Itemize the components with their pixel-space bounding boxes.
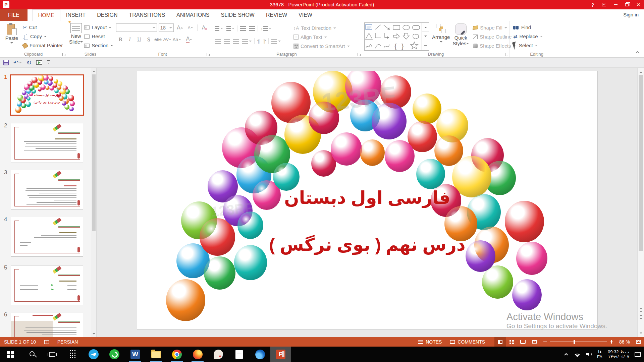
layout-button[interactable]: Layout <box>83 23 114 32</box>
character-spacing-button[interactable]: AV <box>163 35 172 44</box>
restore-button[interactable] <box>621 0 633 9</box>
volume-icon[interactable] <box>586 352 592 357</box>
bullets-button[interactable] <box>213 24 225 33</box>
taskbar-chrome[interactable] <box>166 347 187 362</box>
slide-thumbnail-3[interactable] <box>11 170 83 210</box>
select-button[interactable]: Select <box>512 41 561 50</box>
scroll-down-button[interactable] <box>638 331 644 337</box>
reset-button[interactable]: Reset <box>83 32 114 41</box>
quick-styles-button[interactable]: Quick Styles <box>452 22 469 46</box>
slide-title-line2[interactable]: درس نهم ( بوی نرگس ) <box>137 235 597 255</box>
clear-formatting-button[interactable]: A <box>200 23 209 32</box>
fit-to-window-button[interactable] <box>633 337 644 347</box>
spellcheck-icon[interactable] <box>44 340 49 344</box>
paragraph-dialog-launcher[interactable] <box>358 53 361 56</box>
redo-button[interactable]: ↻ <box>26 60 32 65</box>
normal-view-button[interactable] <box>494 337 506 347</box>
slide-thumbnail-2[interactable] <box>11 123 83 163</box>
underline-button[interactable]: U <box>135 35 144 44</box>
tab-review[interactable]: REVIEW <box>260 9 293 21</box>
tab-transitions[interactable]: TRANSITIONS <box>123 9 171 21</box>
font-dialog-launcher[interactable] <box>207 53 210 56</box>
action-center-icon[interactable] <box>635 352 641 357</box>
undo-button[interactable]: ↶ <box>13 60 22 65</box>
new-slide-button[interactable]: * New Slide <box>69 22 83 50</box>
format-painter-button[interactable]: Format Painter <box>21 41 64 50</box>
scroll-up-button[interactable] <box>91 68 96 73</box>
clock[interactable]: 09:32 ب.ظ ۱۳۹۹/۰۶/۰۷ <box>608 349 629 359</box>
taskbar-file-explorer[interactable] <box>146 347 166 362</box>
line-spacing-button[interactable]: ↕ <box>259 24 273 33</box>
panel-scrollbar-thumb[interactable] <box>92 74 96 231</box>
language-switcher[interactable]: فا FA <box>597 349 602 359</box>
taskbar-search-button[interactable] <box>21 347 42 362</box>
slide-thumbnail-4[interactable] <box>11 217 83 257</box>
zoom-slider-thumb[interactable] <box>574 340 575 344</box>
previous-slide-button[interactable] <box>638 305 644 313</box>
wifi-icon[interactable] <box>574 352 581 357</box>
grow-font-button[interactable]: A <box>175 23 184 32</box>
change-case-button[interactable]: Aa <box>172 35 181 44</box>
panel-scrollbar[interactable] <box>91 68 96 337</box>
language-indicator[interactable]: PERSIAN <box>57 339 78 345</box>
customize-qat-button[interactable] <box>47 60 50 65</box>
bold-button[interactable]: B <box>116 35 125 44</box>
comments-button[interactable]: COMMENTS <box>446 337 489 347</box>
minimize-button[interactable] <box>610 0 621 9</box>
shapes-gallery[interactable]: { } <box>364 22 429 51</box>
cut-button[interactable]: ✂Cut <box>21 23 64 32</box>
notes-button[interactable]: NOTES <box>414 337 446 347</box>
zoom-in-button[interactable] <box>610 340 613 344</box>
taskbar-firefox[interactable] <box>187 347 208 362</box>
font-name-combobox[interactable] <box>116 23 157 32</box>
slide-thumbnail-5[interactable] <box>11 265 83 305</box>
tab-file[interactable]: FILE <box>0 9 28 21</box>
text-shadow-button[interactable]: S <box>144 35 153 44</box>
rtl-direction-button[interactable]: ¶ <box>262 37 268 46</box>
zoom-slider[interactable] <box>550 342 607 342</box>
drawing-dialog-launcher[interactable] <box>505 53 508 56</box>
save-button[interactable] <box>3 60 9 65</box>
zoom-out-button[interactable] <box>543 342 547 342</box>
taskbar-apps-button[interactable] <box>62 347 83 362</box>
shapes-gallery-scrollbar[interactable] <box>422 23 429 50</box>
align-right-button[interactable] <box>231 37 240 46</box>
slide-thumbnail-1[interactable]: فارسی اول دبستاندرس نهم ( بوی نرگس ) <box>10 74 84 116</box>
strikethrough-button[interactable]: abc <box>154 35 162 44</box>
taskbar-notepad[interactable] <box>229 347 250 362</box>
hidden-icons-chevron[interactable] <box>564 353 568 357</box>
align-center-button[interactable] <box>222 37 231 46</box>
tab-slideshow[interactable]: SLIDE SHOW <box>215 9 260 21</box>
help-button[interactable]: ? <box>587 0 598 9</box>
align-text-button[interactable]: ↕Align Text <box>292 33 351 42</box>
font-color-button[interactable]: A <box>185 35 194 44</box>
collapse-ribbon-button[interactable] <box>635 50 640 55</box>
text-direction-button[interactable]: ↕AText Direction <box>292 23 351 33</box>
justify-button[interactable] <box>240 37 253 46</box>
scroll-down-button[interactable] <box>91 331 96 337</box>
decrease-indent-button[interactable] <box>238 24 248 33</box>
copy-button[interactable]: Copy <box>21 32 64 41</box>
sign-in-link[interactable]: Sign in <box>623 12 639 17</box>
vertical-scrollbar[interactable] <box>637 68 644 337</box>
taskbar-browser-blue[interactable] <box>250 347 270 362</box>
reading-view-button[interactable] <box>517 337 529 347</box>
slideshow-view-button[interactable] <box>529 337 540 347</box>
tab-animations[interactable]: ANIMATIONS <box>171 9 215 21</box>
ltr-direction-button[interactable]: ¶ <box>256 37 262 46</box>
task-view-button[interactable] <box>42 347 62 362</box>
tab-view[interactable]: VIEW <box>293 9 318 21</box>
slide-title-line1[interactable]: فارسی اول دبستان <box>137 188 597 208</box>
numbering-button[interactable] <box>225 24 236 33</box>
increase-indent-button[interactable] <box>248 24 257 33</box>
next-slide-button[interactable] <box>638 314 644 322</box>
taskbar-whatsapp[interactable] <box>104 347 125 362</box>
clipboard-dialog-launcher[interactable] <box>62 53 65 56</box>
font-size-combobox[interactable]: 18 <box>159 23 174 32</box>
ribbon-display-options-button[interactable] <box>598 0 610 9</box>
columns-button[interactable] <box>270 37 282 46</box>
taskbar-telegram[interactable] <box>83 347 104 362</box>
convert-to-smartart-button[interactable]: Convert to SmartArt <box>292 42 351 51</box>
slide-canvas[interactable]: فارسی اول دبستان درس نهم ( بوی نرگس ) 12… <box>137 71 598 329</box>
paste-button[interactable]: Paste <box>2 22 21 50</box>
